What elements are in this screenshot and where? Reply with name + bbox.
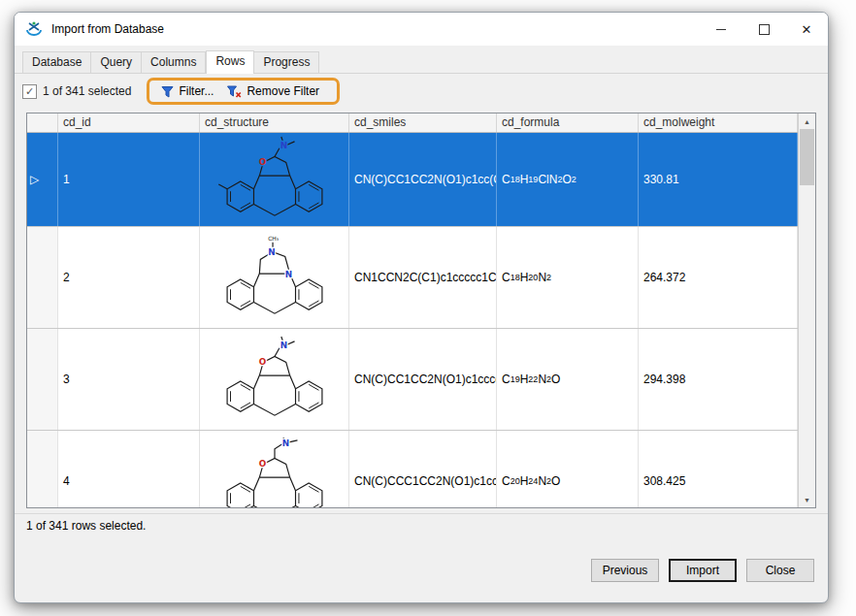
- molecule-structure-drawing: O N: [212, 336, 338, 423]
- grid-columns-area: cd_id cd_structure cd_smiles cd_formula …: [27, 113, 798, 507]
- column-header-cd-id[interactable]: cd_id: [58, 113, 200, 132]
- row-selector-cell[interactable]: ▷: [27, 133, 58, 226]
- svg-text:N: N: [281, 438, 288, 448]
- close-icon: ✕: [802, 23, 812, 36]
- molecule-structure-drawing: N N CH₃: [212, 234, 338, 321]
- rows-toolbar: ✓ 1 of 341 selected Filter... Remove Fil…: [15, 74, 828, 109]
- import-from-database-dialog: Import from Database ✕ Database Query Co…: [14, 12, 829, 603]
- tab-database[interactable]: Database: [22, 51, 91, 73]
- filter-funnel-icon: [161, 85, 174, 98]
- status-bar: 1 of 341 rows selected.: [15, 513, 828, 537]
- scroll-down-arrow-icon[interactable]: ▼: [799, 492, 815, 507]
- cell-cd-id[interactable]: 1: [58, 133, 200, 226]
- cell-cd-structure[interactable]: N N CH₃: [200, 227, 349, 328]
- molecule-structure-drawing: O N: [212, 438, 338, 507]
- vertical-scrollbar[interactable]: ▲ ▼: [798, 113, 815, 507]
- cell-cd-molweight[interactable]: 308.425: [639, 431, 798, 507]
- tab-columns[interactable]: Columns: [142, 51, 206, 73]
- cell-cd-structure[interactable]: O N: [200, 329, 349, 430]
- import-button[interactable]: Import: [669, 559, 737, 582]
- cell-cd-structure[interactable]: O N: [200, 133, 349, 226]
- annotation-highlight-box: Filter... Remove Filter: [147, 78, 340, 105]
- cell-cd-structure[interactable]: O N: [200, 431, 349, 507]
- remove-filter-button-label: Remove Filter: [247, 84, 319, 98]
- column-header-cd-molweight[interactable]: cd_molweight: [639, 113, 798, 132]
- grid-corner-cell: [27, 113, 58, 132]
- cell-cd-molweight[interactable]: 264.372: [639, 227, 798, 328]
- screen: Import from Database ✕ Database Query Co…: [0, 0, 856, 616]
- scrollbar-track[interactable]: [799, 185, 815, 492]
- cell-cd-id[interactable]: 4: [58, 431, 200, 507]
- svg-text:N: N: [268, 247, 275, 257]
- table-row[interactable]: ▷ 1 O N CN(C)CC1CC2N(O1)c1cc(C...: [27, 133, 798, 227]
- filter-button-label: Filter...: [179, 84, 214, 98]
- svg-text:N: N: [284, 270, 291, 279]
- scrollbar-thumb[interactable]: [800, 129, 814, 185]
- row-selector-cell[interactable]: [27, 227, 58, 328]
- cell-cd-id[interactable]: 3: [58, 329, 200, 430]
- column-header-cd-formula[interactable]: cd_formula: [497, 113, 639, 132]
- close-button[interactable]: ✕: [785, 13, 828, 46]
- selection-count-label: 1 of 341 selected: [43, 84, 131, 98]
- table-row[interactable]: 4 O N CN(C)CCC1CC2N(O1)c1cc... C20H24N2O…: [27, 431, 798, 507]
- current-row-arrow-icon: ▷: [30, 174, 39, 185]
- tab-progress[interactable]: Progress: [254, 51, 319, 73]
- cell-cd-id[interactable]: 2: [58, 227, 200, 328]
- svg-text:CH₃: CH₃: [268, 236, 279, 242]
- grid-body: ▷ 1 O N CN(C)CC1CC2N(O1)c1cc(C...: [27, 133, 798, 507]
- table-row[interactable]: 3 O N CN(C)CC1CC2N(O1)c1cccc... C19H22N2…: [27, 329, 798, 431]
- maximize-button[interactable]: [742, 13, 785, 46]
- tab-rows[interactable]: Rows: [206, 50, 254, 74]
- row-selector-cell[interactable]: [27, 431, 58, 507]
- svg-text:O: O: [258, 459, 266, 469]
- svg-text:N: N: [280, 141, 286, 150]
- column-header-cd-structure[interactable]: cd_structure: [200, 113, 349, 132]
- app-icon: [24, 19, 44, 39]
- cell-cd-molweight[interactable]: 330.81: [639, 133, 798, 226]
- grid-header-row: cd_id cd_structure cd_smiles cd_formula …: [27, 113, 798, 133]
- table-row[interactable]: 2 N N CH₃ CN1CCN2C(C1)c1ccccc1Cc... C1: [27, 227, 798, 329]
- cell-cd-smiles[interactable]: CN(C)CC1CC2N(O1)c1cc(C...: [349, 133, 497, 226]
- row-selector-cell[interactable]: [27, 329, 58, 430]
- tab-strip: Database Query Columns Rows Progress: [15, 46, 828, 74]
- svg-text:O: O: [258, 157, 266, 167]
- maximize-icon: [759, 24, 770, 35]
- column-header-cd-smiles[interactable]: cd_smiles: [349, 113, 497, 132]
- cell-cd-smiles[interactable]: CN(C)CCC1CC2N(O1)c1cc...: [349, 431, 497, 507]
- close-dialog-button[interactable]: Close: [746, 559, 814, 582]
- status-text: 1 of 341 rows selected.: [26, 519, 146, 533]
- filter-button[interactable]: Filter...: [155, 82, 219, 100]
- cell-cd-formula[interactable]: C18H20N2: [497, 227, 639, 328]
- remove-filter-button[interactable]: Remove Filter: [221, 82, 325, 100]
- scroll-up-arrow-icon[interactable]: ▲: [799, 113, 815, 129]
- cell-cd-smiles[interactable]: CN1CCN2C(C1)c1ccccc1Cc...: [349, 227, 497, 328]
- results-grid: cd_id cd_structure cd_smiles cd_formula …: [26, 113, 816, 508]
- svg-text:O: O: [258, 357, 266, 367]
- previous-button[interactable]: Previous: [591, 559, 659, 582]
- minimize-icon: [716, 29, 726, 30]
- remove-filter-funnel-x-icon: [227, 85, 242, 98]
- check-icon: ✓: [25, 85, 34, 98]
- cell-cd-formula[interactable]: C18H19ClN2O2: [497, 133, 639, 226]
- cell-cd-formula[interactable]: C19H22N2O: [497, 329, 639, 430]
- window-title: Import from Database: [51, 22, 700, 36]
- cell-cd-smiles[interactable]: CN(C)CC1CC2N(O1)c1cccc...: [349, 329, 497, 430]
- minimize-button[interactable]: [700, 13, 742, 46]
- select-all-checkbox[interactable]: ✓: [22, 84, 37, 99]
- cell-cd-formula[interactable]: C20H24N2O: [497, 431, 639, 507]
- molecule-structure-drawing: O N: [212, 136, 338, 223]
- tab-query[interactable]: Query: [91, 51, 142, 73]
- svg-text:N: N: [280, 340, 286, 350]
- titlebar: Import from Database ✕: [15, 13, 828, 46]
- footer-button-bar: Previous Import Close: [15, 537, 828, 582]
- cell-cd-molweight[interactable]: 294.398: [639, 329, 798, 430]
